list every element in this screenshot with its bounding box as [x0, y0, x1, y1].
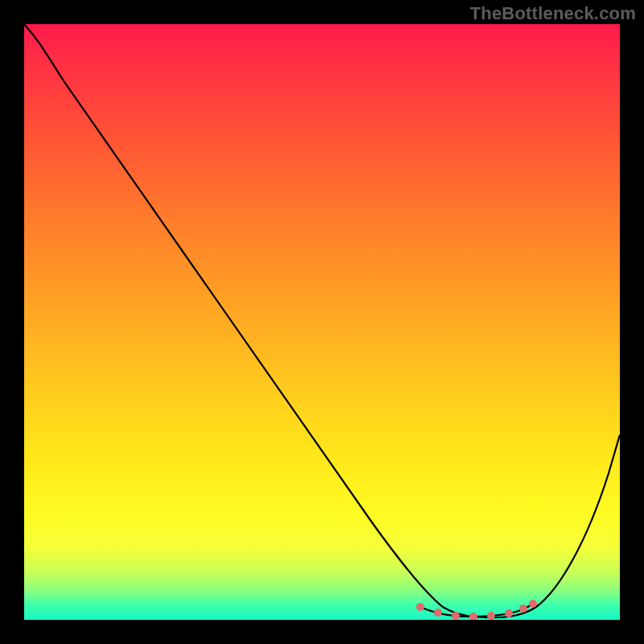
svg-point-1	[434, 609, 442, 617]
plot-area	[24, 24, 620, 620]
svg-point-4	[487, 612, 495, 620]
svg-point-6	[519, 605, 527, 613]
svg-point-2	[452, 612, 460, 620]
svg-point-7	[529, 600, 537, 608]
svg-point-0	[416, 603, 424, 611]
svg-point-3	[469, 613, 477, 620]
minimum-highlight-points	[416, 600, 537, 620]
watermark-text: TheBottleneck.com	[470, 3, 636, 24]
bottleneck-curve-svg	[24, 24, 620, 620]
bottleneck-curve-path	[24, 24, 620, 617]
svg-point-5	[505, 609, 513, 617]
chart-frame: TheBottleneck.com	[0, 0, 644, 644]
